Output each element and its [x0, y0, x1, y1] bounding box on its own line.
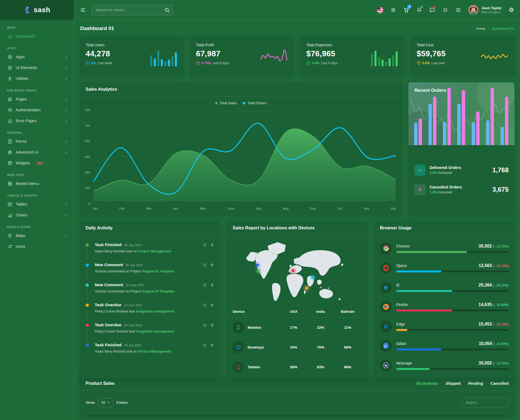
edit-icon[interactable]	[203, 343, 207, 348]
trash-icon[interactable]	[210, 303, 214, 308]
device-table-header: Device USA India Bahrain	[227, 306, 367, 318]
cart-badge: 4	[407, 5, 411, 9]
product-sales-table-header	[86, 414, 509, 417]
sidebar-item-maps[interactable]: Maps ›	[0, 230, 74, 241]
sidebar-item-apps[interactable]: Apps ›	[0, 51, 74, 62]
activity-link[interactable]: AngularJS Template	[142, 269, 174, 273]
sidebar-section-label: TABLES & CHARTS	[7, 194, 67, 197]
sidebar-item-forms[interactable]: Forms ›	[0, 136, 74, 147]
trash-icon[interactable]	[210, 283, 214, 288]
messages-icon[interactable]	[429, 7, 435, 13]
sidebar-item-widgets[interactable]: Widgets Hot	[0, 158, 74, 168]
sidebar-item-advanced-ui[interactable]: Advanced Ui ›	[0, 147, 74, 158]
hamburger-menu-icon[interactable]	[80, 7, 86, 13]
edit-icon[interactable]	[203, 323, 207, 328]
home-icon	[7, 34, 12, 39]
map-marker[interactable]	[256, 263, 259, 267]
activity-link[interactable]: Project Management	[138, 350, 171, 353]
arrow-up-circle-icon	[86, 61, 90, 65]
trash-icon[interactable]	[210, 243, 214, 248]
topbar: 4	[74, 0, 520, 20]
map-marker[interactable]	[311, 276, 314, 279]
y-axis-labels: 0150300450600750900	[82, 108, 92, 212]
progress-bar	[396, 310, 509, 311]
sidebar-section-label: UI KIT	[7, 47, 67, 50]
stat-sparkline-chart	[370, 47, 398, 67]
map-marker[interactable]	[257, 269, 260, 273]
widgets-icon	[7, 160, 12, 166]
progress-bar	[396, 271, 509, 272]
sidebar-item-tables[interactable]: Tables ›	[0, 199, 74, 210]
user-menu[interactable]: Json Taylor Web Designer	[468, 5, 502, 15]
trash-icon[interactable]	[210, 343, 214, 348]
sidebar-item-utilities[interactable]: Utilities ›	[0, 73, 74, 84]
product-sales-tab[interactable]: Pending	[468, 381, 483, 386]
brand-logo[interactable]: sash	[0, 0, 74, 20]
legend-item[interactable]: Total Sales	[215, 101, 237, 105]
legend-item[interactable]: Total Orders	[243, 101, 266, 105]
trash-icon[interactable]	[210, 323, 214, 328]
activity-link[interactable]: Project Management	[138, 249, 171, 253]
stat-card: Total Users 44,278 5% Last week	[80, 36, 184, 76]
sidebar-item-ui-elements[interactable]: UI Elements ›	[0, 62, 74, 73]
sales-analytics-plot	[92, 108, 397, 205]
timeline-dot	[86, 243, 89, 247]
table-search-input[interactable]	[462, 397, 509, 408]
sidebar-item-dashboard[interactable]: Dashboard	[0, 31, 74, 42]
edit-icon[interactable]	[203, 243, 207, 248]
card-title: Sales Analytics	[86, 87, 117, 92]
browser-row: Chrome 35,502(↑ 12.75%)	[380, 239, 509, 258]
breadcrumb-home[interactable]: Home	[476, 27, 485, 31]
cancelled-orders-row: Cancelled Orders 1.2% increased 3,675	[414, 184, 509, 195]
x-icon	[414, 184, 426, 195]
right-sidebar-icon[interactable]	[455, 7, 461, 13]
safari-icon	[380, 340, 392, 352]
cart-icon[interactable]: 4	[403, 7, 409, 13]
activity-link[interactable]: AngularJS Template	[142, 289, 174, 293]
sidebar-item-authentication[interactable]: Authentication ›	[0, 105, 74, 115]
settings-gear-icon[interactable]: ⚙	[509, 7, 514, 13]
advanced-ui-icon	[7, 149, 12, 155]
notification-dot	[421, 6, 423, 8]
product-sales-tab[interactable]: Shipped	[446, 381, 460, 386]
edit-icon[interactable]	[203, 283, 207, 288]
trash-icon[interactable]	[210, 263, 214, 268]
entries-select[interactable]: 10 ▼	[98, 398, 113, 407]
activity-link[interactable]: Integrated management	[136, 330, 174, 333]
sidebar-section-label: GENERAL	[7, 131, 67, 134]
timeline-dot	[86, 344, 89, 347]
ie-icon: e	[380, 281, 392, 293]
activity-item: Task Finished 09 July 2023 Adam Berry fi…	[86, 343, 214, 353]
edit-icon[interactable]	[203, 303, 207, 308]
theme-sun-icon[interactable]	[390, 7, 396, 13]
chevron-right-icon: ›	[65, 233, 67, 238]
activity-link[interactable]: Integrated management	[136, 310, 174, 313]
product-sales-tab[interactable]: All products	[416, 381, 438, 386]
product-sales-tab[interactable]: Cancelled	[491, 381, 509, 386]
map-marker[interactable]	[305, 286, 308, 290]
utilities-icon	[7, 76, 12, 81]
progress-bar	[396, 349, 509, 350]
sidebar-section-label: MAPS & ICONS	[7, 225, 67, 229]
search-input[interactable]	[92, 5, 173, 15]
icons-icon	[7, 244, 12, 249]
chevron-right-icon: ›	[65, 139, 67, 144]
progress-bar	[396, 329, 509, 331]
sidebar-item-error-pages[interactable]: Error Pages ›	[0, 115, 74, 126]
error-pages-icon	[7, 118, 12, 123]
sidebar-item-charts[interactable]: Charts ›	[0, 210, 74, 220]
delivered-orders-value: 1,768	[492, 166, 509, 174]
sales-analytics-card: Sales Analytics Total Sales Total Orders	[80, 82, 402, 214]
opera-icon	[380, 262, 392, 274]
sidebar-item-icons[interactable]: Icons	[0, 241, 74, 252]
map-marker[interactable]	[291, 269, 295, 272]
sidebar-item-pages[interactable]: Pages ›	[0, 94, 74, 105]
sidebar-item-nested-menu[interactable]: Nested Menu ›	[0, 178, 74, 189]
fullscreen-icon[interactable]	[442, 7, 448, 13]
language-flag-icon[interactable]	[377, 7, 383, 13]
search-icon[interactable]	[164, 7, 170, 14]
activity-item: New Comment 25 June 2023 Victoria commen…	[86, 282, 214, 293]
timeline-dot	[86, 304, 89, 307]
notifications-bell-icon[interactable]	[416, 7, 422, 13]
edit-icon[interactable]	[203, 263, 207, 268]
